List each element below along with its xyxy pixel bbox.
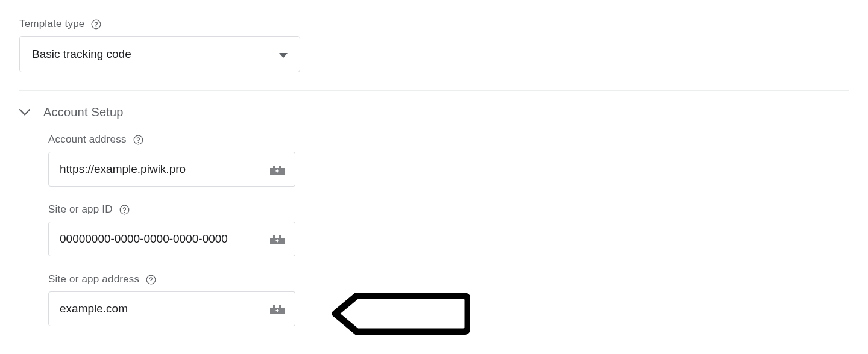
account-address-input[interactable] (48, 152, 259, 187)
chevron-down-icon (19, 109, 30, 116)
template-type-value: Basic tracking code (32, 48, 131, 61)
template-type-label: Template type (19, 18, 84, 30)
site-address-input[interactable] (48, 291, 259, 326)
svg-point-3 (137, 141, 139, 143)
divider (19, 90, 849, 91)
help-icon[interactable] (90, 19, 102, 30)
insert-variable-button[interactable] (259, 291, 295, 326)
help-icon[interactable] (119, 204, 130, 216)
insert-variable-button[interactable] (259, 222, 295, 256)
help-icon[interactable] (133, 134, 144, 146)
annotation-arrow-icon (332, 293, 470, 335)
svg-point-11 (151, 281, 152, 282)
template-type-select[interactable]: Basic tracking code (19, 36, 300, 72)
svg-rect-5 (277, 169, 278, 172)
site-address-label: Site or app address (48, 273, 139, 285)
site-id-input[interactable] (48, 222, 259, 256)
svg-point-1 (96, 26, 97, 27)
svg-rect-13 (277, 309, 278, 312)
section-title: Account Setup (43, 105, 124, 119)
caret-down-icon (279, 48, 288, 61)
help-icon[interactable] (145, 274, 157, 285)
insert-variable-button[interactable] (259, 152, 295, 187)
svg-rect-9 (277, 239, 278, 242)
svg-point-7 (124, 211, 125, 213)
site-id-label: Site or app ID (48, 203, 113, 216)
account-address-label: Account address (48, 134, 127, 146)
section-toggle-account-setup[interactable]: Account Setup (19, 105, 849, 119)
